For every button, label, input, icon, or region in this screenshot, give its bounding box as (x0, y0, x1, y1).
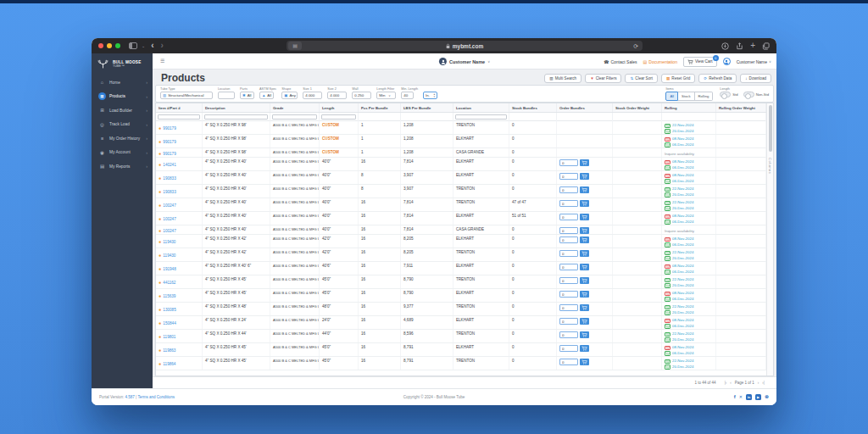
min-length-input[interactable]: 40 (401, 92, 414, 99)
rolling-cart-late-icon[interactable] (665, 319, 670, 324)
column-filter-input-length[interactable] (321, 114, 356, 120)
rolling-cart-late-icon[interactable] (665, 160, 670, 165)
column-header-length[interactable]: Length (320, 103, 359, 112)
add-to-cart-button[interactable] (580, 227, 589, 234)
sidebar-item-products[interactable]: ▦Products› (92, 90, 153, 104)
menu-collapse-icon[interactable]: ☰ (160, 58, 164, 64)
sidebar-item-my-order-history[interactable]: ≡My Order History› (92, 131, 153, 146)
rolling-cart-late-icon[interactable] (665, 264, 670, 270)
rolling-cart-late-icon[interactable] (665, 237, 670, 242)
column-header-pcs[interactable]: Pcs Per Bundle (359, 103, 401, 112)
rolling-cart-available-icon[interactable] (665, 220, 670, 225)
view-cart-button[interactable]: View Cart 0 (683, 57, 717, 67)
item-number-link[interactable]: 990179 (163, 126, 175, 131)
rolling-cart-available-icon[interactable] (665, 201, 670, 206)
length-switch-non-std[interactable]: Non-Std (743, 92, 769, 97)
rolling-cart-available-icon[interactable] (665, 187, 670, 192)
terms-link[interactable]: Terms and Conditions (137, 395, 175, 399)
order-quantity-input[interactable] (559, 277, 578, 284)
sidebar-item-home[interactable]: ⌂Home› (92, 75, 153, 90)
toggle-switch-icon[interactable] (720, 92, 731, 97)
order-quantity-input[interactable] (559, 250, 578, 257)
column-filter-input-item[interactable] (158, 114, 200, 120)
reload-icon[interactable]: ⟳ (633, 43, 638, 49)
order-quantity-input[interactable] (559, 304, 578, 311)
item-number-link[interactable]: 130085 (163, 308, 175, 312)
order-quantity-input[interactable] (559, 214, 578, 220)
item-number-link[interactable]: 190833 (163, 176, 175, 181)
grid-scrollbar[interactable]: Columns (766, 103, 773, 376)
item-number-link[interactable]: 190833 (163, 190, 175, 194)
add-to-cart-button[interactable] (580, 173, 589, 180)
rolling-cart-available-icon[interactable] (665, 206, 670, 211)
multi-search-button[interactable]: ▥Multi Search (544, 74, 581, 83)
length-filter-input[interactable]: Min∨ (376, 92, 396, 99)
item-number-link[interactable]: 119863 (163, 348, 175, 353)
rolling-date-link[interactable]: 20-Dec-2024 (672, 256, 693, 262)
privacy-shield-icon[interactable]: ▤ (288, 42, 302, 50)
rolling-date-link[interactable]: 06-Dec-2024 (672, 165, 693, 171)
item-number-link[interactable]: 100247 (163, 217, 175, 221)
items-option-rolling[interactable]: Rolling (695, 92, 714, 101)
rolling-cart-available-icon[interactable] (665, 359, 670, 364)
item-number-link[interactable]: 150844 (163, 321, 175, 326)
share-icon[interactable] (737, 42, 742, 48)
customer-menu[interactable]: Customer Name ∨ (737, 59, 771, 64)
column-header-lbs[interactable]: LBS Per Bundle (401, 103, 453, 112)
item-number-link[interactable]: 441162 (163, 281, 175, 285)
items-option-stock[interactable]: Stock (678, 92, 694, 101)
size-1-input[interactable]: 4.000 (303, 92, 322, 99)
add-to-cart-button[interactable] (580, 331, 589, 338)
items-option-all[interactable]: All (665, 92, 678, 101)
reset-grid-button[interactable]: ▦Reset Grid (661, 74, 695, 83)
rolling-cart-available-icon[interactable] (665, 192, 670, 198)
scrollbar-thumb[interactable] (769, 105, 772, 152)
shape-input[interactable]: ▣Any (281, 92, 298, 99)
add-to-cart-button[interactable] (580, 250, 589, 257)
user-avatar[interactable] (723, 58, 731, 65)
item-number-link[interactable]: 990179 (163, 140, 175, 144)
zoom-window-button[interactable] (115, 43, 120, 48)
rolling-date-link[interactable]: 06-Dec-2024 (672, 179, 693, 185)
item-number-link[interactable]: 100247 (163, 229, 175, 233)
sidebar-item-load-builder[interactable]: ⊞Load Builder› (92, 103, 153, 118)
column-header-stock[interactable]: Stock Bundles (509, 103, 557, 112)
add-to-cart-button[interactable] (580, 318, 589, 325)
rolling-date-link[interactable]: 06-Dec-2024 (672, 324, 693, 330)
column-header-order[interactable]: Order Bundles (557, 103, 613, 112)
minimize-window-button[interactable] (107, 43, 112, 48)
x-icon[interactable]: ✕ (739, 393, 743, 400)
order-quantity-input[interactable] (559, 264, 578, 270)
sidebar-item-track-load[interactable]: ◎Track Load› (92, 118, 153, 132)
tab-overview-chevron-icon[interactable]: ⌄ (142, 42, 145, 49)
rolling-cart-available-icon[interactable] (665, 124, 670, 129)
rolling-cart-late-icon[interactable] (665, 346, 670, 351)
order-quantity-input[interactable] (559, 186, 578, 193)
next-page-button[interactable]: › (758, 381, 760, 385)
rolling-cart-late-icon[interactable] (665, 137, 670, 142)
rolling-cart-available-icon[interactable] (665, 251, 670, 256)
add-to-cart-button[interactable] (580, 345, 589, 352)
download-button[interactable]: ↓Download (740, 74, 771, 83)
rolling-cart-available-icon[interactable] (665, 179, 670, 184)
add-to-cart-button[interactable] (580, 277, 589, 284)
portal-version-link[interactable]: 4.587 (125, 395, 135, 399)
rolling-cart-available-icon[interactable] (665, 278, 670, 283)
rolling-date-link[interactable]: 20-Dec-2024 (672, 192, 693, 198)
youtube-icon[interactable]: ▶ (755, 394, 761, 400)
add-to-cart-button[interactable] (580, 236, 589, 243)
rolling-cart-available-icon[interactable] (665, 283, 670, 288)
rolling-cart-available-icon[interactable] (665, 165, 670, 170)
item-number-link[interactable]: 119864 (163, 362, 175, 366)
column-header-rolling[interactable]: Rolling (662, 103, 716, 112)
rolling-cart-available-icon[interactable] (665, 305, 670, 310)
rolling-date-link[interactable]: 06-Dec-2024 (672, 142, 693, 148)
rolling-cart-available-icon[interactable] (665, 297, 670, 302)
tab-overview-icon[interactable] (763, 42, 769, 48)
rolling-cart-available-icon[interactable] (665, 337, 670, 342)
rolling-date-link[interactable]: 06-Dec-2024 (672, 242, 693, 248)
order-quantity-input[interactable] (559, 236, 578, 243)
item-number-link[interactable]: 115639 (163, 294, 175, 298)
column-header-grade[interactable]: Grade (270, 103, 320, 112)
documentation-link[interactable]: ▤ Documentation (643, 59, 677, 64)
